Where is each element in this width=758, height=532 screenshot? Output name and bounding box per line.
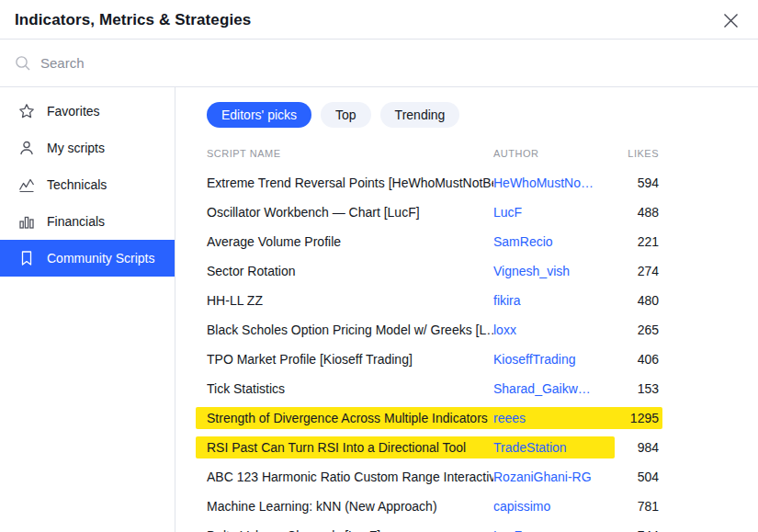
likes-count: 153 <box>611 381 659 396</box>
tab-editors-picks[interactable]: Editors' picks <box>207 102 311 128</box>
author-link[interactable]: loxx <box>493 323 611 337</box>
likes-count: 744 <box>611 528 659 532</box>
sidebar-item-technicals[interactable]: Technicals <box>0 166 175 203</box>
table-row[interactable]: Strength of Divergence Across Multiple I… <box>207 403 659 433</box>
likes-count: 488 <box>611 205 659 220</box>
script-name[interactable]: RSI Past Can Turn RSI Into a Directional… <box>207 440 493 455</box>
script-name[interactable]: Sector Rotation <box>207 264 493 278</box>
table-row[interactable]: Machine Learning: kNN (New Approach)capi… <box>207 492 659 521</box>
table-header: SCRIPT NAME AUTHOR LIKES <box>207 148 659 159</box>
likes-count: 984 <box>611 440 659 455</box>
indicators-dialog: Indicators, Metrics & Strategies Favorit… <box>0 0 758 532</box>
tab-bar: Editors' picksTopTrending <box>207 102 659 128</box>
table-row[interactable]: HH-LL ZZfikira480 <box>207 286 659 315</box>
author-link[interactable]: LucF <box>493 205 611 220</box>
search-bar <box>0 40 758 87</box>
close-icon <box>723 13 739 28</box>
likes-count: 594 <box>611 175 659 190</box>
author-link[interactable]: RozaniGhani-RG <box>493 470 611 484</box>
table-row[interactable]: Average Volume ProfileSamRecio221 <box>207 227 659 256</box>
sidebar-item-label: Favorites <box>47 104 100 119</box>
script-name[interactable]: TPO Market Profile [Kioseff Trading] <box>207 352 493 367</box>
script-name[interactable]: HH-LL ZZ <box>207 293 493 308</box>
likes-count: 406 <box>611 352 659 367</box>
author-link[interactable]: Vignesh_vish <box>493 264 611 278</box>
bookmark-icon <box>18 250 35 266</box>
table-row[interactable]: Extreme Trend Reversal Points [HeWhoMust… <box>207 168 659 198</box>
author-link[interactable]: TradeStation <box>493 440 611 455</box>
author-link[interactable]: SamRecio <box>493 234 611 249</box>
author-link[interactable]: capissimo <box>493 499 611 514</box>
sidebar-item-my-scripts[interactable]: My scripts <box>0 130 175 166</box>
person-icon <box>18 140 35 156</box>
script-name[interactable]: Average Volume Profile <box>207 234 493 249</box>
author-link[interactable]: Sharad_Gaikw… <box>493 381 611 396</box>
script-name[interactable]: Oscillator Workbench — Chart [LucF] <box>207 205 493 220</box>
col-header-script-name: SCRIPT NAME <box>207 148 493 159</box>
star-icon <box>18 103 35 119</box>
likes-count: 274 <box>611 264 659 278</box>
author-link[interactable]: fikira <box>493 293 611 308</box>
table-row[interactable]: RSI Past Can Turn RSI Into a Directional… <box>207 433 659 462</box>
dialog-title: Indicators, Metrics & Strategies <box>15 11 251 29</box>
table-row[interactable]: Tick StatisticsSharad_Gaikw…153 <box>207 374 659 403</box>
sidebar-item-financials[interactable]: Financials <box>0 203 175 240</box>
table-row[interactable]: ABC 123 Harmonic Ratio Custom Range Inte… <box>207 462 659 492</box>
table-row[interactable]: Black Scholes Option Pricing Model w/ Gr… <box>207 315 659 345</box>
sidebar-item-community-scripts[interactable]: Community Scripts <box>0 240 175 277</box>
dialog-body: FavoritesMy scriptsTechnicalsFinancialsC… <box>0 87 758 532</box>
table-row[interactable]: Oscillator Workbench — Chart [LucF]LucF4… <box>207 198 659 227</box>
sidebar-item-label: Technicals <box>47 177 107 192</box>
bar-chart-icon <box>18 213 35 230</box>
main-panel: Editors' picksTopTrending SCRIPT NAME AU… <box>175 87 758 532</box>
trend-line-icon <box>18 176 35 193</box>
likes-count: 480 <box>611 293 659 308</box>
table-row[interactable]: Sector RotationVignesh_vish274 <box>207 256 659 286</box>
script-name[interactable]: Delta Volume Channels [LucF] <box>207 528 493 532</box>
likes-count: 504 <box>611 470 659 484</box>
close-button[interactable] <box>718 7 743 33</box>
script-name[interactable]: Extreme Trend Reversal Points [HeWhoMust… <box>207 175 493 190</box>
author-link[interactable]: KioseffTrading <box>493 352 611 367</box>
col-header-author: AUTHOR <box>493 148 611 159</box>
table-row[interactable]: Delta Volume Channels [LucF]LucF744 <box>207 521 659 532</box>
table-row[interactable]: TPO Market Profile [Kioseff Trading]Kios… <box>207 345 659 374</box>
dialog-header: Indicators, Metrics & Strategies <box>0 0 758 40</box>
author-link[interactable]: HeWhoMustNo… <box>493 175 611 190</box>
search-input[interactable] <box>40 55 743 71</box>
sidebar-item-label: Financials <box>47 214 105 229</box>
script-name[interactable]: Strength of Divergence Across Multiple I… <box>207 411 493 425</box>
script-name[interactable]: Machine Learning: kNN (New Approach) <box>207 499 493 514</box>
sidebar-item-label: Community Scripts <box>47 251 154 266</box>
script-name[interactable]: ABC 123 Harmonic Ratio Custom Range Inte… <box>207 470 493 484</box>
sidebar-item-label: My scripts <box>47 141 105 155</box>
script-name[interactable]: Tick Statistics <box>207 381 493 396</box>
script-name[interactable]: Black Scholes Option Pricing Model w/ Gr… <box>207 323 493 337</box>
likes-count: 781 <box>611 499 659 514</box>
sidebar-item-favorites[interactable]: Favorites <box>0 93 175 130</box>
table-rows: Extreme Trend Reversal Points [HeWhoMust… <box>207 168 659 532</box>
sidebar: FavoritesMy scriptsTechnicalsFinancialsC… <box>0 87 175 532</box>
tab-top[interactable]: Top <box>321 102 371 128</box>
tab-trending[interactable]: Trending <box>380 102 460 128</box>
search-icon <box>15 55 31 72</box>
likes-count: 221 <box>611 234 659 249</box>
likes-count: 265 <box>611 323 659 337</box>
likes-count: 1295 <box>611 411 659 425</box>
col-header-likes: LIKES <box>611 148 659 159</box>
author-link[interactable]: reees <box>493 411 611 425</box>
author-link[interactable]: LucF <box>493 528 611 532</box>
